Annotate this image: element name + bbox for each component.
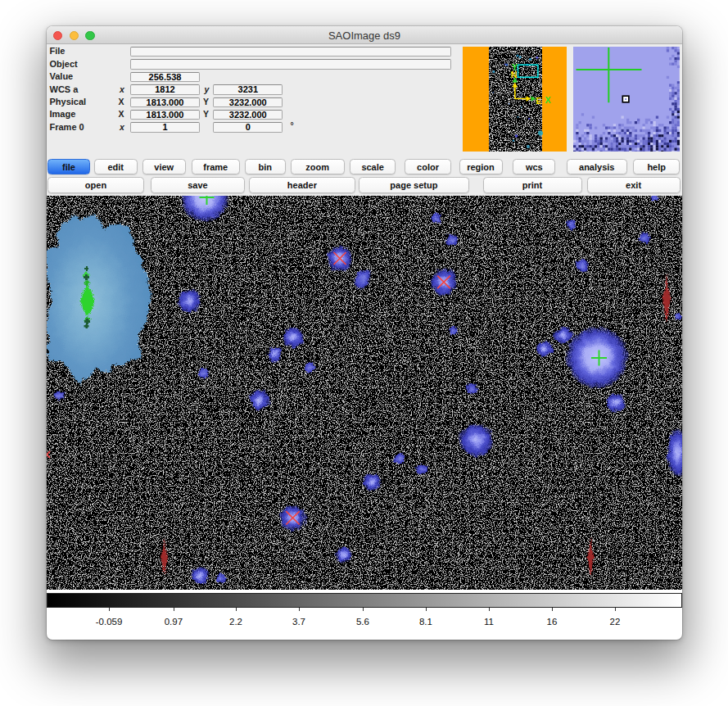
svg-text:N: N [510, 70, 517, 79]
svg-text:E: E [536, 96, 541, 106]
svg-text:X: X [545, 95, 550, 105]
